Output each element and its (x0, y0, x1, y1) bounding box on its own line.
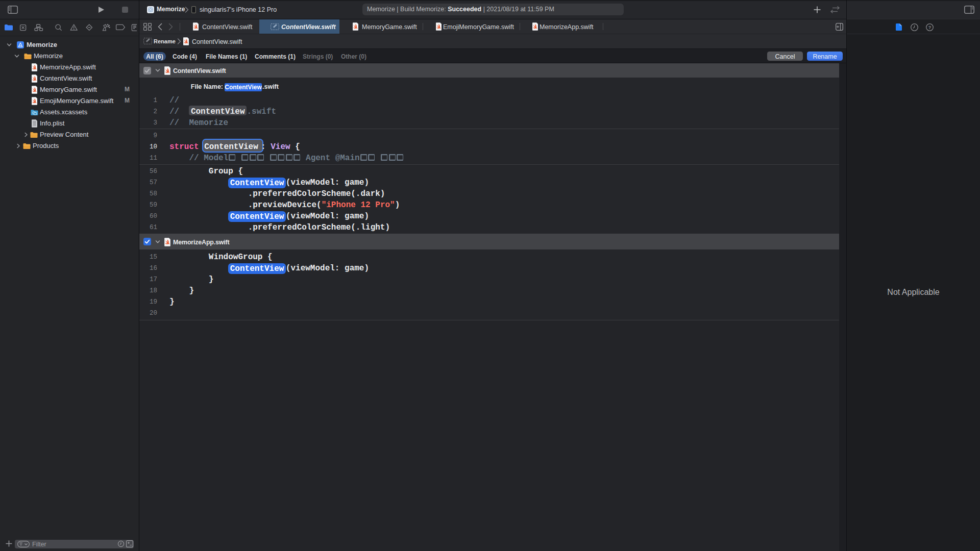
svg-text:?: ? (928, 25, 932, 30)
